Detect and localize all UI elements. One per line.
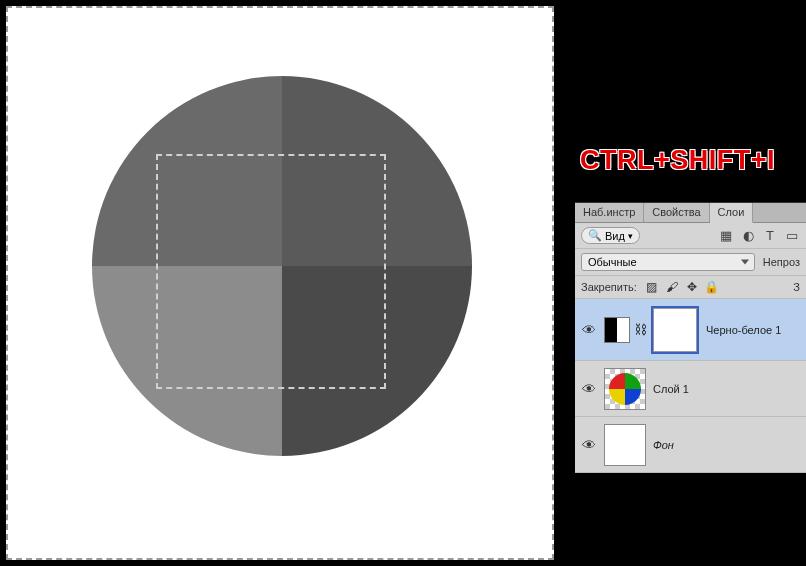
lock-paint-icon[interactable]: 🖌	[665, 280, 679, 294]
filter-image-icon[interactable]: ▦	[718, 228, 734, 244]
quad-bottom-right	[282, 266, 472, 456]
tab-layers[interactable]: Слои	[710, 203, 754, 223]
blend-mode-value: Обычные	[588, 256, 637, 268]
blend-row: Обычные Непроз	[575, 249, 806, 276]
lock-label: Закрепить:	[581, 281, 637, 293]
panel-tabs: Наб.инстр Свойства Слои	[575, 203, 806, 223]
quad-top-left	[92, 76, 282, 266]
layer-row[interactable]: 👁 ⛓ Черно-белое 1	[575, 299, 806, 361]
layer-row[interactable]: 👁 Слой 1	[575, 361, 806, 417]
adjustment-thumb[interactable]	[604, 317, 630, 343]
lock-transparent-icon[interactable]: ▨	[645, 280, 659, 294]
fill-label: З	[793, 281, 800, 293]
filter-type-icon[interactable]: T	[762, 228, 778, 244]
layer-thumb[interactable]	[604, 368, 646, 410]
layer-name[interactable]: Слой 1	[653, 383, 689, 395]
chevron-down-icon: ▾	[628, 231, 633, 241]
layers-list: 👁 ⛓ Черно-белое 1 👁 Слой 1 👁 Фон	[575, 299, 806, 473]
blend-mode-select[interactable]: Обычные	[581, 253, 755, 271]
filter-label: Вид	[605, 230, 625, 242]
filter-kind-select[interactable]: 🔍 Вид ▾	[581, 227, 640, 244]
link-icon[interactable]: ⛓	[634, 322, 647, 337]
lock-row: Закрепить: ▨ 🖌 ✥ 🔒 З	[575, 276, 806, 299]
layer-thumb[interactable]	[604, 424, 646, 466]
layer-name[interactable]: Фон	[653, 439, 674, 451]
opacity-label: Непроз	[763, 256, 800, 268]
layer-row[interactable]: 👁 Фон	[575, 417, 806, 473]
canvas[interactable]	[6, 6, 554, 560]
lock-all-icon[interactable]: 🔒	[705, 280, 719, 294]
artwork-circle	[92, 76, 472, 456]
quad-bottom-left	[92, 266, 282, 456]
filter-adjust-icon[interactable]: ◐	[740, 228, 756, 244]
lock-position-icon[interactable]: ✥	[685, 280, 699, 294]
tab-presets[interactable]: Наб.инстр	[575, 203, 644, 222]
shortcut-annotation: CTRL+SHIFT+I	[580, 145, 775, 176]
layer-name[interactable]: Черно-белое 1	[706, 324, 781, 336]
visibility-toggle[interactable]: 👁	[579, 379, 599, 399]
layer-filter-row: 🔍 Вид ▾ ▦ ◐ T ▭	[575, 223, 806, 249]
quad-top-right	[282, 76, 472, 266]
visibility-toggle[interactable]: 👁	[579, 435, 599, 455]
filter-shape-icon[interactable]: ▭	[784, 228, 800, 244]
tab-properties[interactable]: Свойства	[644, 203, 709, 222]
visibility-toggle[interactable]: 👁	[579, 320, 599, 340]
search-icon: 🔍	[588, 229, 602, 242]
mask-thumb[interactable]	[651, 306, 699, 354]
layers-panel: Наб.инстр Свойства Слои 🔍 Вид ▾ ▦ ◐ T ▭ …	[575, 202, 806, 473]
